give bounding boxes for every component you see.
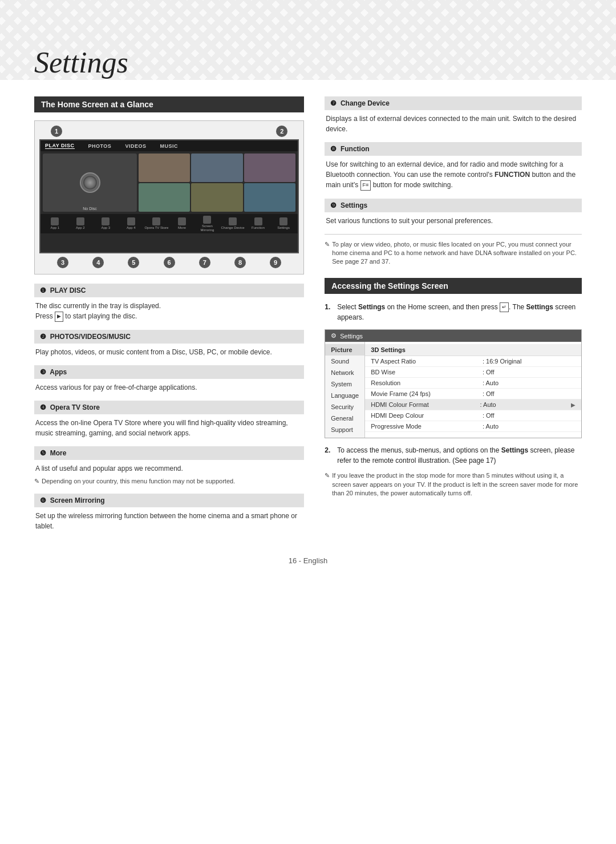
settings-mockup-header: ⚙ Settings xyxy=(325,330,581,342)
enter-button-icon: ↵ xyxy=(500,302,509,313)
feature-screen-mirror-header: ❻ Screen Mirroring xyxy=(34,494,304,507)
sidebar-sound[interactable]: Sound xyxy=(325,356,364,367)
sidebar-language[interactable]: Language xyxy=(325,390,364,401)
bottom-change-device: Change Device xyxy=(221,217,245,230)
section1-header: The Home Screen at a Glance xyxy=(34,96,304,112)
feature-more-note: ✎ Depending on your country, this menu f… xyxy=(34,477,304,486)
feature-operatv-body: Access the on-line Opera TV Store where … xyxy=(34,418,304,438)
feature-change-device-body: Displays a list of external devices conn… xyxy=(325,114,582,134)
more-icon xyxy=(178,217,186,225)
thumb-1 xyxy=(139,154,190,182)
thumb-3 xyxy=(244,154,295,182)
screen-small-items xyxy=(139,154,295,212)
sidebar-system[interactable]: System xyxy=(325,378,364,390)
feature-screen-mirroring: ❻ Screen Mirroring Set up the wireless m… xyxy=(34,494,304,531)
feature-function-header: ❽ Function xyxy=(325,142,582,156)
screen-bottom-row: App 1 App 2 App 3 App 4 xyxy=(40,214,298,233)
app4-icon xyxy=(127,217,135,225)
sidebar-picture[interactable]: Picture xyxy=(325,344,364,356)
bottom-settings: Settings xyxy=(271,217,296,230)
app1-icon xyxy=(51,217,59,225)
feature-operatv: ❹ Opera TV Store Access the on-line Oper… xyxy=(34,401,304,438)
settings-icon xyxy=(279,217,287,225)
page-footer: 16 - English xyxy=(34,556,582,565)
screen-mockup: PLAY DISC PHOTOS VIDEOS MUSIC No Disc xyxy=(39,139,299,253)
sidebar-security[interactable]: Security xyxy=(325,401,364,413)
thumb-5 xyxy=(191,183,242,212)
operatv-icon xyxy=(152,217,160,225)
feature-settings-header: ❾ Settings xyxy=(325,199,582,212)
accessing-settings-section: Accessing the Settings Screen 1. Select … xyxy=(325,278,582,498)
change-device-icon xyxy=(229,217,237,225)
feature-play-disc-body: The disc currently in the tray is displa… xyxy=(34,301,304,322)
feature-settings: ❾ Settings Set various functions to suit… xyxy=(325,199,582,226)
bottom-function: Function xyxy=(246,217,270,230)
diagram-num-7: 7 xyxy=(199,257,210,268)
diagram-bottom-numbers: 3 4 5 6 7 8 9 xyxy=(39,253,299,269)
feature-play-disc-header: ❶ PLAY DISC xyxy=(34,284,304,297)
settings-row-hdmi-deep: HDMI Deep Colour : Off xyxy=(365,410,581,421)
tab-play-disc: PLAY DISC xyxy=(45,143,75,149)
bottom-app2: App 2 xyxy=(68,217,93,230)
diagram-num-6: 6 xyxy=(164,257,175,268)
hdmi-colour-arrow: ▶ xyxy=(571,402,576,408)
feature-change-device: ❼ Change Device Displays a list of exter… xyxy=(325,96,582,134)
feature-apps-body: Access various for pay or free-of-charge… xyxy=(34,382,304,393)
settings-content-area: 3D Settings TV Aspect Ratio : 16:9 Origi… xyxy=(365,342,581,438)
app3-icon xyxy=(102,217,110,225)
disc-icon xyxy=(80,172,100,193)
no-disc-label: No Disc xyxy=(83,207,97,211)
right-note: ✎ To play or view video, photo, or music… xyxy=(325,234,582,266)
sidebar-general[interactable]: General xyxy=(325,413,364,424)
tab-music: MUSIC xyxy=(160,143,178,149)
feature-function-body: Use for switching to an external device,… xyxy=(325,159,582,191)
function-unit-icon: F≡ xyxy=(360,180,371,191)
thumb-2 xyxy=(191,154,242,182)
tab-videos: VIDEOS xyxy=(125,143,146,149)
screen-top-bar: PLAY DISC PHOTOS VIDEOS MUSIC xyxy=(40,140,298,151)
settings-row-bd-wise: BD Wise : Off xyxy=(365,367,581,378)
feature-function: ❽ Function Use for switching to an exter… xyxy=(325,142,582,191)
sidebar-network[interactable]: Network xyxy=(325,367,364,378)
thumb-4 xyxy=(139,183,190,212)
bottom-app4: App 4 xyxy=(119,217,144,230)
diagram-num-4: 4 xyxy=(92,257,104,268)
diagram-num-3: 3 xyxy=(57,257,68,268)
settings-screen-mockup: ⚙ Settings Picture Sound Network System … xyxy=(325,329,582,438)
feature-apps: ❸ Apps Access various for pay or free-of… xyxy=(34,365,304,393)
settings-note: ✎ If you leave the product in the stop m… xyxy=(325,471,582,498)
step-2: 2. To access the menus, sub-menus, and o… xyxy=(325,445,582,466)
settings-steps: 1. Select Settings on the Home screen, a… xyxy=(325,302,582,323)
home-screen-diagram: 1 2 PLAY DISC PHOTOS VIDEOS MUSIC No D xyxy=(34,120,304,274)
sidebar-support[interactable]: Support xyxy=(325,424,364,435)
tab-photos: PHOTOS xyxy=(88,143,112,149)
settings-sidebar: Picture Sound Network System Language Se… xyxy=(325,342,365,438)
thumb-6 xyxy=(244,183,295,212)
settings-header-icon: ⚙ xyxy=(331,332,337,340)
feature-screen-mirror-body: Set up the wireless mirroring function b… xyxy=(34,511,304,531)
screen-disc-area: No Disc xyxy=(43,154,137,212)
settings-row-resolution: Resolution : Auto xyxy=(365,378,581,389)
bottom-more: More xyxy=(170,217,194,230)
settings-row-hdmi-colour: HDMI Colour Format : Auto ▶ xyxy=(365,399,581,410)
diagram-num-2: 2 xyxy=(276,126,287,137)
screen-mirror-icon xyxy=(203,216,211,224)
diagram-num-5: 5 xyxy=(128,257,139,268)
feature-photos-body: Play photos, videos, or music content fr… xyxy=(34,347,304,357)
feature-photos-videos-music: ❷ PHOTOS/VIDEOS/MUSIC Play photos, video… xyxy=(34,330,304,357)
diagram-num-1: 1 xyxy=(51,126,62,137)
left-column: The Home Screen at a Glance 1 2 PLAY DIS… xyxy=(34,96,304,539)
feature-play-disc: ❶ PLAY DISC The disc currently in the tr… xyxy=(34,284,304,322)
feature-photos-header: ❷ PHOTOS/VIDEOS/MUSIC xyxy=(34,330,304,344)
bottom-screen-mirror: Screen Mirroring xyxy=(195,216,220,232)
screen-main-area: No Disc xyxy=(40,151,298,214)
feature-settings-body: Set various functions to suit your perso… xyxy=(325,216,582,226)
bottom-app1: App 1 xyxy=(43,217,67,230)
settings-row-movie-frame: Movie Frame (24 fps) : Off xyxy=(365,389,581,399)
diagram-num-9: 9 xyxy=(270,257,281,268)
feature-apps-header: ❸ Apps xyxy=(34,365,304,379)
settings-steps-2: 2. To access the menus, sub-menus, and o… xyxy=(325,445,582,466)
feature-operatv-header: ❹ Opera TV Store xyxy=(34,401,304,414)
function-icon xyxy=(254,217,262,225)
section2-header: Accessing the Settings Screen xyxy=(325,278,582,294)
